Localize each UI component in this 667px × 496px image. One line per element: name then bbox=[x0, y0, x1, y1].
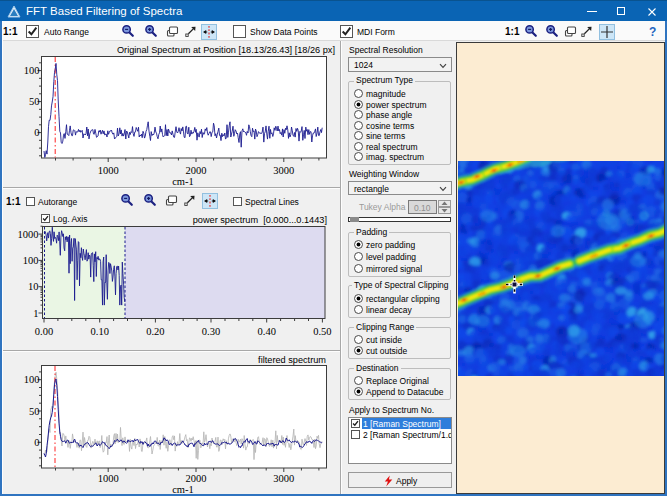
svg-text:cm-1: cm-1 bbox=[172, 484, 194, 495]
svg-text:100: 100 bbox=[23, 255, 39, 266]
svg-text:1000: 1000 bbox=[98, 473, 119, 484]
svg-text:100: 100 bbox=[24, 65, 40, 76]
svg-text:0.40: 0.40 bbox=[258, 326, 276, 337]
svg-text:50: 50 bbox=[29, 96, 40, 107]
svg-text:0.50: 0.50 bbox=[313, 326, 331, 337]
svg-text:0.10: 0.10 bbox=[91, 326, 109, 337]
svg-text:cm-1: cm-1 bbox=[172, 176, 194, 187]
svg-text:Original Spectrum at Position: Original Spectrum at Position [18.13/26.… bbox=[117, 45, 335, 55]
svg-text:2000: 2000 bbox=[186, 473, 207, 484]
svg-text:1: 1 bbox=[33, 308, 38, 319]
svg-text:3000: 3000 bbox=[273, 165, 294, 176]
svg-text:0: 0 bbox=[34, 127, 39, 138]
svg-text:3000: 3000 bbox=[273, 473, 294, 484]
svg-text:0: 0 bbox=[34, 437, 39, 448]
svg-text:1000: 1000 bbox=[98, 165, 119, 176]
svg-text:100: 100 bbox=[24, 374, 40, 385]
svg-text:power spectrum [0.000...0.144: power spectrum [0.000...0.1443] bbox=[193, 215, 327, 225]
svg-text:0.30: 0.30 bbox=[202, 326, 220, 337]
svg-text:2000: 2000 bbox=[186, 165, 207, 176]
svg-text:0.00: 0.00 bbox=[35, 326, 53, 337]
svg-text:filtered spectrum: filtered spectrum bbox=[258, 355, 326, 365]
svg-text:50: 50 bbox=[29, 406, 40, 417]
svg-text:1000: 1000 bbox=[18, 229, 39, 240]
svg-text:10: 10 bbox=[28, 281, 39, 292]
svg-text:0.20: 0.20 bbox=[146, 326, 164, 337]
